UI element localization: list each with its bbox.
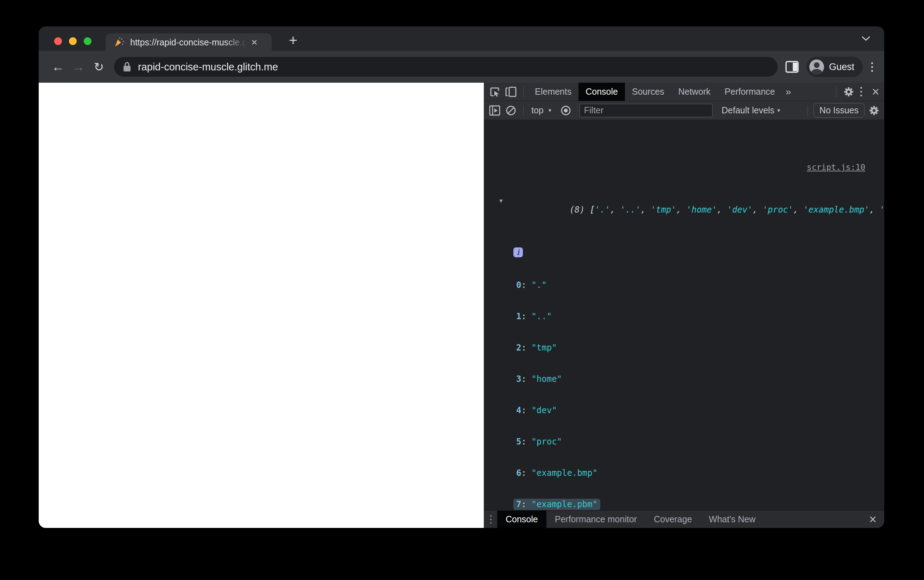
array-entry[interactable]: 3: "home" bbox=[484, 373, 884, 385]
array-preview-row[interactable]: ▼(8) ['.', '..', 'tmp', 'home', 'dev', '… bbox=[484, 193, 884, 227]
close-window-button[interactable] bbox=[54, 37, 62, 45]
tab-search-chevron-icon[interactable] bbox=[861, 36, 871, 41]
array-entry[interactable]: 5: "proc" bbox=[484, 436, 884, 448]
forward-icon[interactable]: → bbox=[68, 59, 89, 74]
page-content bbox=[39, 83, 484, 528]
device-toolbar-icon[interactable] bbox=[503, 85, 519, 99]
drawer-tab-console[interactable]: Console bbox=[497, 511, 546, 528]
settings-gear-icon[interactable] bbox=[840, 85, 857, 99]
console-toolbar: top ▾ Default levels ▾ No Issues bbox=[484, 101, 884, 120]
avatar bbox=[809, 59, 824, 74]
tab-title-fade bbox=[225, 36, 246, 48]
window-content: Elements Console Sources Network Perform… bbox=[39, 83, 884, 528]
info-badge-icon: i bbox=[513, 247, 523, 257]
array-entry[interactable]: 4: "dev" bbox=[484, 405, 884, 416]
drawer-menu-icon[interactable] bbox=[488, 513, 494, 526]
clear-console-icon[interactable] bbox=[503, 104, 519, 117]
live-expression-eye-icon[interactable] bbox=[558, 104, 574, 117]
chevron-down-icon: ▾ bbox=[777, 107, 780, 114]
fullscreen-window-button[interactable] bbox=[84, 37, 92, 45]
source-line: script.js:10 bbox=[484, 161, 884, 173]
tab-network[interactable]: Network bbox=[671, 83, 718, 101]
back-icon[interactable]: ← bbox=[48, 59, 68, 74]
tab-elements[interactable]: Elements bbox=[528, 83, 579, 101]
array-entry[interactable]: 0: "." bbox=[484, 279, 884, 291]
console-message: script.js:10 ▼(8) ['.', '..', 'tmp', 'ho… bbox=[484, 142, 884, 510]
url-text: rapid-concise-muscle.glitch.me bbox=[138, 61, 278, 73]
tab-title-wrap: https://rapid-concise-muscle.g bbox=[130, 36, 246, 48]
console-settings-gear-icon[interactable] bbox=[866, 104, 882, 117]
browser-window: https://rapid-concise-muscle.g × + ← → ↻… bbox=[39, 26, 884, 528]
array-entry[interactable]: 2: "tmp" bbox=[484, 342, 884, 354]
issues-badge[interactable]: No Issues bbox=[814, 103, 865, 117]
address-bar[interactable]: rapid-concise-muscle.glitch.me bbox=[114, 57, 778, 77]
chevron-down-icon: ▾ bbox=[549, 107, 551, 114]
console-output: script.js:10 ▼(8) ['.', '..', 'tmp', 'ho… bbox=[484, 120, 884, 510]
drawer-tab-coverage[interactable]: Coverage bbox=[645, 511, 700, 528]
divider bbox=[807, 105, 808, 116]
devtools-drawer: Console Performance monitor Coverage Wha… bbox=[484, 510, 884, 528]
context-selector[interactable]: top bbox=[531, 105, 544, 115]
array-entry[interactable]: 6: "example.bmp" bbox=[484, 467, 884, 479]
divider bbox=[523, 105, 524, 116]
side-panel-icon[interactable] bbox=[785, 61, 799, 73]
source-link[interactable]: script.js:10 bbox=[807, 163, 865, 172]
tab-close-icon[interactable]: × bbox=[251, 37, 258, 48]
drawer-tab-performance-monitor[interactable]: Performance monitor bbox=[546, 511, 645, 528]
tab-strip: https://rapid-concise-muscle.g × + bbox=[39, 26, 884, 51]
inspect-element-icon[interactable] bbox=[487, 85, 503, 99]
browser-menu-icon[interactable] bbox=[869, 60, 875, 74]
browser-tab[interactable]: https://rapid-concise-muscle.g × bbox=[105, 33, 271, 51]
collapse-triangle-icon[interactable]: ▼ bbox=[499, 195, 503, 207]
divider bbox=[523, 87, 524, 97]
console-sidebar-icon[interactable] bbox=[487, 104, 503, 117]
log-levels-selector[interactable]: Default levels bbox=[722, 105, 774, 115]
lock-icon bbox=[122, 61, 132, 72]
new-tab-button[interactable]: + bbox=[285, 33, 301, 49]
party-popper-favicon-icon bbox=[114, 37, 125, 48]
array-entry-selected[interactable]: 7: "example.pbm" bbox=[484, 499, 884, 510]
more-tabs-icon[interactable]: » bbox=[782, 86, 794, 97]
drawer-tab-whats-new[interactable]: What's New bbox=[700, 511, 764, 528]
tab-sources[interactable]: Sources bbox=[625, 83, 671, 101]
devtools-close-icon[interactable]: × bbox=[867, 86, 884, 98]
devtools-tabbar: Elements Console Sources Network Perform… bbox=[484, 83, 884, 101]
devtools-menu-icon[interactable] bbox=[858, 85, 864, 99]
array-entry[interactable]: 1: ".." bbox=[484, 311, 884, 322]
profile-chip[interactable]: Guest bbox=[806, 57, 863, 77]
profile-name: Guest bbox=[829, 62, 854, 72]
browser-toolbar: ← → ↻ rapid-concise-muscle.glitch.me Gue… bbox=[39, 51, 884, 83]
window-controls bbox=[54, 37, 92, 45]
tab-console[interactable]: Console bbox=[579, 83, 625, 101]
filter-input[interactable] bbox=[580, 104, 712, 117]
tab-performance[interactable]: Performance bbox=[717, 83, 782, 101]
drawer-close-icon[interactable]: × bbox=[864, 513, 881, 526]
reload-icon[interactable]: ↻ bbox=[89, 60, 109, 74]
minimize-window-button[interactable] bbox=[69, 37, 77, 45]
evaluated-info-row: i bbox=[484, 247, 884, 260]
devtools-panel: Elements Console Sources Network Perform… bbox=[484, 83, 884, 528]
